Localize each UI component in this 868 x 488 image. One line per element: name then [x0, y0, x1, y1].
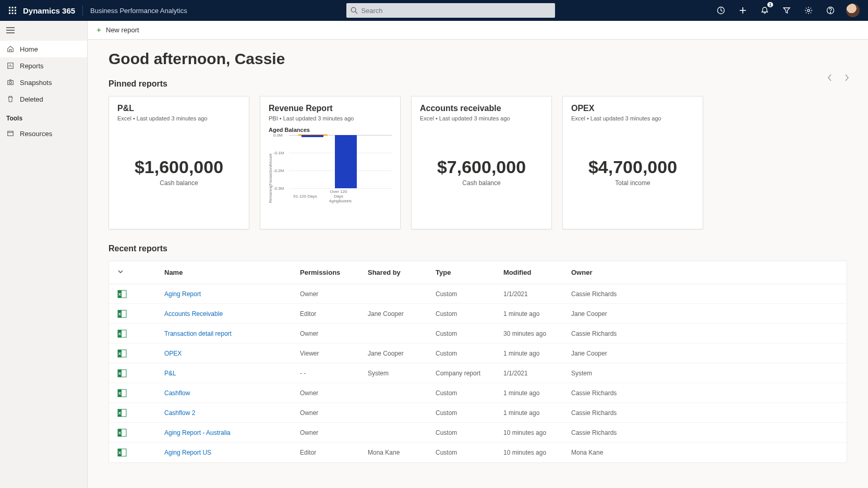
report-name-link[interactable]: Aging Report - Australia [164, 429, 300, 436]
report-name-link[interactable]: Cashflow 2 [164, 409, 300, 417]
search-box[interactable] [346, 3, 555, 18]
cell-permissions: Viewer [300, 350, 368, 357]
svg-text:X: X [118, 391, 122, 396]
svg-point-16 [830, 12, 830, 13]
sidebar-item-snapshots[interactable]: Snapshots [0, 74, 87, 91]
main-region: ＋ New report Good afternoon, Cassie Pinn… [88, 21, 868, 488]
global-header: Dynamics 365 Business Performance Analyt… [0, 0, 868, 21]
chart-title: Aged Balances [269, 127, 310, 133]
plus-icon: ＋ [95, 25, 103, 35]
new-report-label: New report [106, 26, 139, 34]
pinned-prev-icon[interactable] [824, 72, 836, 83]
col-type[interactable]: Type [436, 269, 503, 276]
pinned-card-revenue[interactable]: Revenue Report PBI • Last updated 3 minu… [260, 96, 401, 229]
cell-type: Company report [436, 370, 503, 377]
svg-rect-3 [9, 10, 10, 11]
cell-permissions: Editor [300, 310, 368, 318]
excel-file-icon: X [117, 428, 164, 437]
pinned-card-ar[interactable]: Accounts receivable Excel • Last updated… [411, 96, 552, 229]
new-report-button[interactable]: ＋ New report [95, 25, 139, 35]
search-input[interactable] [361, 7, 551, 15]
card-subtitle: Excel • Last updated 3 minutes ago [571, 115, 694, 121]
svg-rect-6 [9, 13, 10, 14]
svg-rect-0 [9, 7, 10, 8]
cell-modified: 10 minutes ago [503, 449, 571, 456]
pinned-reports-title: Pinned reports [108, 79, 847, 89]
table-row[interactable]: X Aging Report US Editor Mona Kane Custo… [109, 443, 847, 462]
filter-icon[interactable] [780, 4, 793, 17]
pinned-card-opex[interactable]: OPEX Excel • Last updated 3 minutes ago … [562, 96, 703, 229]
pinned-reports-row: P&L Excel • Last updated 3 minutes ago $… [108, 96, 847, 229]
app-launcher-icon[interactable] [4, 7, 21, 14]
search-icon [351, 7, 358, 14]
col-owner[interactable]: Owner [571, 269, 838, 276]
cell-type: Custom [436, 449, 503, 456]
report-name-link[interactable]: Aging Report [164, 290, 300, 298]
help-icon[interactable] [824, 4, 837, 17]
col-name[interactable]: Name [164, 269, 300, 276]
col-modified[interactable]: Modified [503, 269, 571, 276]
svg-point-9 [352, 7, 356, 12]
svg-text:X: X [118, 292, 122, 297]
table-row[interactable]: X Aging Report Owner Custom 1/1/2021 Cas… [109, 284, 847, 304]
chart-xlabel: AgingBuckets [289, 199, 392, 203]
cell-shared-by: Jane Cooper [368, 350, 436, 357]
cell-modified: 1 minute ago [503, 409, 571, 417]
report-name-link[interactable]: Aging Report US [164, 449, 300, 456]
add-icon[interactable] [737, 4, 749, 17]
report-name-link[interactable]: Transaction detail report [164, 330, 300, 337]
user-avatar[interactable] [846, 4, 860, 17]
chevron-down-icon[interactable] [117, 269, 124, 276]
cell-owner: Cassie Richards [571, 429, 838, 436]
report-name-link[interactable]: Accounts Receivable [164, 310, 300, 318]
sidebar-item-home[interactable]: Home [0, 41, 87, 57]
svg-line-10 [356, 11, 358, 14]
card-subtitle: PBI • Last updated 3 minutes ago [269, 115, 392, 121]
pinned-card-pnl[interactable]: P&L Excel • Last updated 3 minutes ago $… [108, 96, 249, 229]
table-row[interactable]: X Cashflow 2 Owner Custom 1 minute ago C… [109, 403, 847, 423]
table-header: Name Permissions Shared by Type Modified… [109, 261, 847, 284]
chart-ylabel: RemainingTransactionAmount [269, 135, 272, 222]
recent-reports-title: Recent reports [108, 244, 847, 253]
table-row[interactable]: X Transaction detail report Owner Custom… [109, 324, 847, 344]
sidebar-item-resources[interactable]: Resources [0, 125, 87, 142]
settings-icon[interactable] [802, 4, 815, 17]
table-row[interactable]: X P&L - - System Company report 1/1/2021… [109, 363, 847, 383]
table-row[interactable]: X OPEX Viewer Jane Cooper Custom 1 minut… [109, 344, 847, 363]
col-permissions[interactable]: Permissions [300, 269, 368, 276]
cell-owner: Jane Cooper [571, 350, 838, 357]
report-name-link[interactable]: Cashflow [164, 389, 300, 397]
sidebar-toggle-icon[interactable] [0, 21, 87, 41]
cell-permissions: - - [300, 370, 368, 377]
excel-file-icon: X [117, 289, 164, 299]
cell-permissions: Owner [300, 389, 368, 397]
card-value: $1,600,000 [135, 157, 223, 177]
brand-name[interactable]: Dynamics 365 [23, 6, 75, 15]
cell-modified: 1 minute ago [503, 310, 571, 318]
report-name-link[interactable]: OPEX [164, 350, 300, 357]
svg-rect-2 [15, 7, 16, 8]
col-shared-by[interactable]: Shared by [368, 269, 436, 276]
app-title[interactable]: Business Performance Analytics [90, 7, 187, 15]
notifications-icon[interactable]: 1 [758, 4, 771, 17]
cell-modified: 1 minute ago [503, 389, 571, 397]
table-row[interactable]: X Accounts Receivable Editor Jane Cooper… [109, 304, 847, 324]
table-row[interactable]: X Cashflow Owner Custom 1 minute ago Cas… [109, 383, 847, 403]
cell-modified: 1/1/2021 [503, 290, 571, 298]
chart-ytick: -0.1M [273, 151, 284, 155]
excel-file-icon: X [117, 309, 164, 319]
pinned-next-icon[interactable] [841, 72, 852, 83]
cell-type: Custom [436, 330, 503, 337]
svg-rect-4 [12, 10, 14, 11]
svg-text:X: X [118, 332, 122, 336]
svg-rect-21 [8, 81, 14, 85]
sidebar-item-reports[interactable]: Reports [0, 57, 87, 74]
report-name-link[interactable]: P&L [164, 370, 300, 377]
chart-xtick: 91-120 Days [292, 194, 318, 199]
table-row[interactable]: X Aging Report - Australia Owner Custom … [109, 423, 847, 443]
card-title: P&L [117, 104, 240, 113]
cell-permissions: Editor [300, 449, 368, 456]
sidebar-item-deleted[interactable]: Deleted [0, 91, 87, 107]
timer-icon[interactable] [715, 4, 727, 17]
card-value-label: Cash balance [462, 179, 500, 187]
